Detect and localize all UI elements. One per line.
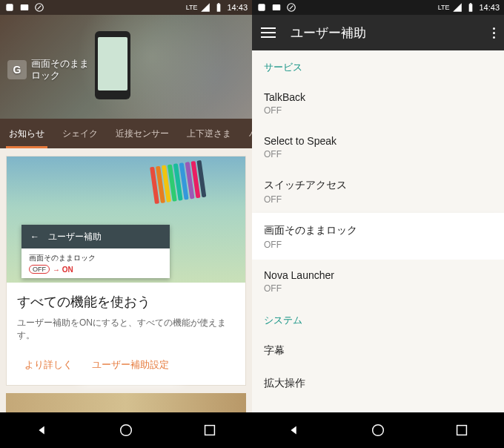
services-subheader: サービス (252, 50, 504, 82)
app-bar: ユーザー補助 (252, 15, 504, 50)
item-magnification[interactable]: 拡大操作 (252, 367, 504, 400)
navigation-bar (252, 412, 504, 448)
accessibility-settings-button[interactable]: ユーザー補助設定 (84, 352, 176, 378)
item-captions[interactable]: 字幕 (252, 335, 504, 367)
off-badge: OFF (29, 265, 50, 274)
svg-rect-3 (217, 4, 221, 12)
svg-point-12 (373, 425, 384, 436)
navigation-bar (0, 412, 252, 448)
on-arrow: → ON (53, 266, 73, 274)
next-card-peek[interactable] (6, 393, 246, 412)
mini-title: ユーザー補助 (48, 231, 102, 243)
more-info-button[interactable]: より詳しく (17, 352, 80, 378)
signal-icon (452, 2, 462, 13)
recent-button[interactable] (453, 421, 471, 439)
svg-rect-13 (457, 426, 467, 435)
clock: 14:43 (479, 3, 500, 12)
svg-rect-4 (218, 3, 219, 4)
system-subheader: システム (252, 303, 504, 335)
settings-list[interactable]: サービス TalkBack OFF Select to Speak OFF スイ… (252, 50, 504, 412)
item-switch-access[interactable]: スイッチアクセス OFF (252, 169, 504, 214)
hero-title-line1: 画面そのまま (31, 58, 89, 70)
content-area: ← ユーザー補助 画面そのままロック OFF → ON すべての機能を使おう ユ… (0, 148, 252, 412)
nfc-icon (286, 2, 296, 13)
card-subtitle: ユーザー補助をONにすると、すべての機能が使えます。 (17, 317, 235, 342)
signal-icon (200, 2, 210, 13)
feature-card: ← ユーザー補助 画面そのままロック OFF → ON すべての機能を使おう ユ… (6, 156, 246, 386)
tab-hard[interactable]: ハード (240, 119, 252, 148)
svg-rect-11 (470, 3, 471, 4)
app-status-icon (4, 2, 15, 13)
nfc-icon (34, 2, 44, 13)
picture-icon (19, 2, 30, 13)
recent-button[interactable] (201, 421, 219, 439)
overflow-icon[interactable] (493, 27, 495, 39)
item-screen-lock[interactable]: 画面そのままロック OFF (252, 214, 504, 260)
picture-icon (271, 2, 282, 13)
clock: 14:43 (227, 3, 248, 12)
battery-icon (465, 2, 476, 13)
home-button[interactable] (369, 421, 387, 439)
mini-settings-preview: ← ユーザー補助 画面そのままロック OFF → ON (21, 225, 170, 278)
svg-rect-6 (205, 426, 215, 435)
status-bar: LTE 14:43 (252, 0, 504, 15)
mini-sub: 画面そのままロック (29, 253, 162, 263)
lte-label: LTE (186, 4, 198, 11)
back-button[interactable] (285, 421, 303, 439)
menu-icon[interactable] (261, 27, 276, 38)
svg-rect-7 (258, 4, 265, 10)
app-logo-icon: G (7, 60, 27, 79)
card-image: ← ユーザー補助 画面そのままロック OFF → ON (7, 157, 245, 283)
hero-title-line2: ロック (31, 70, 89, 82)
svg-rect-8 (273, 4, 281, 10)
item-select-to-speak[interactable]: Select to Speak OFF (252, 125, 504, 169)
tab-news[interactable]: お知らせ (0, 119, 53, 148)
page-title: ユーザー補助 (291, 24, 493, 42)
tab-upside[interactable]: 上下逆さま (178, 119, 240, 148)
battery-icon (213, 2, 224, 13)
app-status-icon (256, 2, 267, 13)
svg-point-5 (121, 425, 132, 436)
tab-shake[interactable]: シェイク (53, 119, 107, 148)
svg-rect-0 (6, 4, 13, 10)
hero-banner: G 画面そのまま ロック (0, 15, 252, 119)
home-button[interactable] (117, 421, 135, 439)
back-button[interactable] (33, 421, 51, 439)
lte-label: LTE (438, 4, 450, 11)
svg-rect-10 (469, 4, 473, 12)
card-title: すべての機能を使おう (17, 293, 235, 311)
svg-rect-1 (21, 4, 29, 10)
item-nova-launcher[interactable]: Nova Launcher OFF (252, 260, 504, 303)
item-talkback[interactable]: TalkBack OFF (252, 82, 504, 125)
status-bar: LTE 14:43 (0, 0, 252, 15)
tab-bar: お知らせ シェイク 近接センサー 上下逆さま ハード (0, 119, 252, 148)
back-arrow-icon: ← (30, 231, 39, 242)
tab-proximity[interactable]: 近接センサー (107, 119, 178, 148)
